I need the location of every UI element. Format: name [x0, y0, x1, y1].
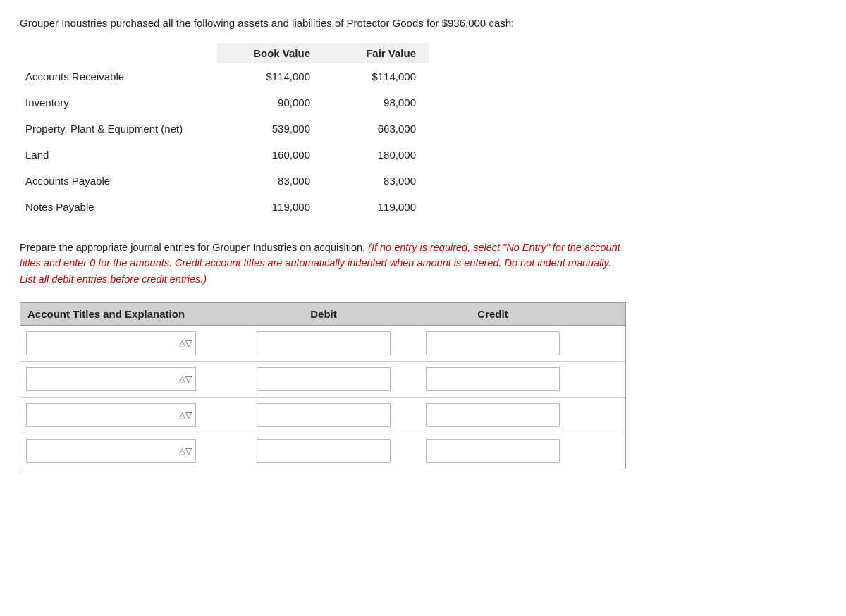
- row-fair-value: 119,000: [323, 194, 429, 220]
- account-select[interactable]: No EntryAccounts ReceivableInventoryProp…: [26, 331, 196, 355]
- debit-cell: [246, 403, 401, 427]
- journal-entry-row: No EntryAccounts ReceivableInventoryProp…: [20, 398, 626, 433]
- instructions: Prepare the appropriate journal entries …: [20, 240, 626, 287]
- assets-liabilities-table: Book Value Fair Value Accounts Receivabl…: [20, 43, 429, 220]
- credit-input[interactable]: [426, 331, 560, 355]
- row-fair-value: 83,000: [323, 168, 429, 194]
- credit-cell: [401, 367, 584, 391]
- account-select-wrapper: No EntryAccounts ReceivableInventoryProp…: [26, 403, 196, 427]
- credit-input[interactable]: [426, 439, 560, 463]
- journal-entry-row: No EntryAccounts ReceivableInventoryProp…: [20, 362, 626, 398]
- debit-cell: [246, 367, 401, 391]
- row-fair-value: 663,000: [323, 116, 429, 142]
- table-row: Property, Plant & Equipment (net) 539,00…: [20, 116, 429, 142]
- journal-entry-row: No EntryAccounts ReceivableInventoryProp…: [20, 433, 626, 469]
- credit-cell: [401, 403, 584, 427]
- table-row: Inventory 90,000 98,000: [20, 90, 429, 116]
- row-label: Accounts Payable: [20, 168, 217, 194]
- row-fair-value: 98,000: [323, 90, 429, 116]
- table-row: Accounts Receivable $114,000 $114,000: [20, 63, 429, 90]
- credit-cell: [401, 439, 584, 463]
- credit-input[interactable]: [426, 403, 560, 427]
- row-book-value: 90,000: [217, 90, 323, 116]
- row-fair-value: $114,000: [323, 63, 429, 90]
- account-cell: No EntryAccounts ReceivableInventoryProp…: [20, 439, 246, 463]
- debit-input[interactable]: [257, 331, 391, 355]
- account-select-wrapper: No EntryAccounts ReceivableInventoryProp…: [26, 367, 196, 391]
- row-book-value: 83,000: [217, 168, 323, 194]
- account-select[interactable]: No EntryAccounts ReceivableInventoryProp…: [26, 367, 196, 391]
- account-col-header: Account Titles and Explanation: [20, 308, 246, 320]
- account-cell: No EntryAccounts ReceivableInventoryProp…: [20, 403, 246, 427]
- row-label: Land: [20, 142, 217, 168]
- row-label: Accounts Receivable: [20, 63, 217, 90]
- row-book-value: 539,000: [217, 116, 323, 142]
- row-label: Notes Payable: [20, 194, 217, 220]
- fair-value-header: Fair Value: [323, 43, 429, 63]
- account-select-wrapper: No EntryAccounts ReceivableInventoryProp…: [26, 331, 196, 355]
- debit-col-header: Debit: [246, 308, 401, 320]
- book-value-header: Book Value: [217, 43, 323, 63]
- journal-section: Account Titles and Explanation Debit Cre…: [20, 302, 626, 469]
- row-book-value: 119,000: [217, 194, 323, 220]
- debit-input[interactable]: [257, 367, 391, 391]
- credit-input[interactable]: [426, 367, 560, 391]
- debit-input[interactable]: [257, 403, 391, 427]
- instructions-normal: Prepare the appropriate journal entries …: [20, 242, 365, 253]
- table-row: Land 160,000 180,000: [20, 142, 429, 168]
- account-select[interactable]: No EntryAccounts ReceivableInventoryProp…: [26, 439, 196, 463]
- debit-cell: [246, 331, 401, 355]
- account-select-wrapper: No EntryAccounts ReceivableInventoryProp…: [26, 439, 196, 463]
- row-label: Inventory: [20, 90, 217, 116]
- intro-text: Grouper Industries purchased all the fol…: [20, 17, 826, 29]
- journal-entry-row: No EntryAccounts ReceivableInventoryProp…: [20, 326, 626, 362]
- credit-cell: [401, 331, 584, 355]
- row-book-value: 160,000: [217, 142, 323, 168]
- row-label: Property, Plant & Equipment (net): [20, 116, 217, 142]
- account-cell: No EntryAccounts ReceivableInventoryProp…: [20, 331, 246, 355]
- debit-cell: [246, 439, 401, 463]
- journal-header: Account Titles and Explanation Debit Cre…: [20, 302, 626, 326]
- credit-col-header: Credit: [401, 308, 584, 320]
- account-cell: No EntryAccounts ReceivableInventoryProp…: [20, 367, 246, 391]
- table-row: Accounts Payable 83,000 83,000: [20, 168, 429, 194]
- row-book-value: $114,000: [217, 63, 323, 90]
- debit-input[interactable]: [257, 439, 391, 463]
- table-row: Notes Payable 119,000 119,000: [20, 194, 429, 220]
- account-select[interactable]: No EntryAccounts ReceivableInventoryProp…: [26, 403, 196, 427]
- row-fair-value: 180,000: [323, 142, 429, 168]
